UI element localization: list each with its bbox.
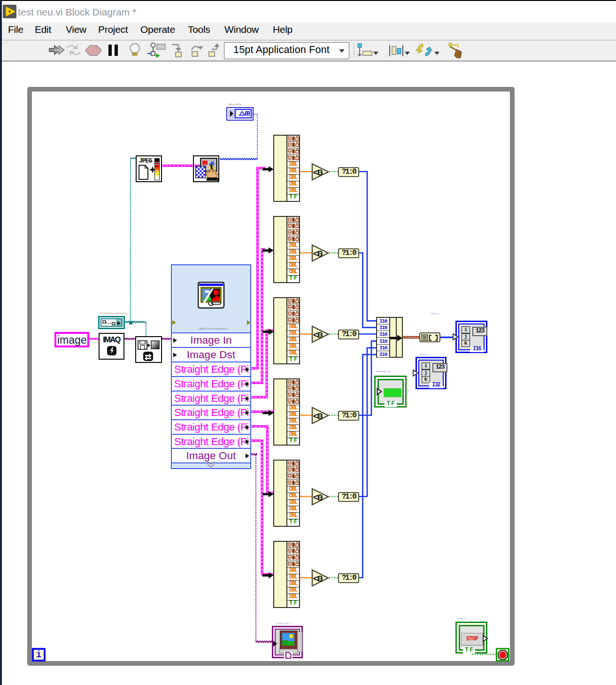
svg-text:<0: <0 [313,168,323,178]
svg-text:<0: <0 [313,574,323,585]
svg-text:<0: <0 [313,493,323,503]
svg-text:<0: <0 [313,411,323,422]
svg-text:<0: <0 [313,249,323,260]
svg-text:<0: <0 [313,330,323,341]
